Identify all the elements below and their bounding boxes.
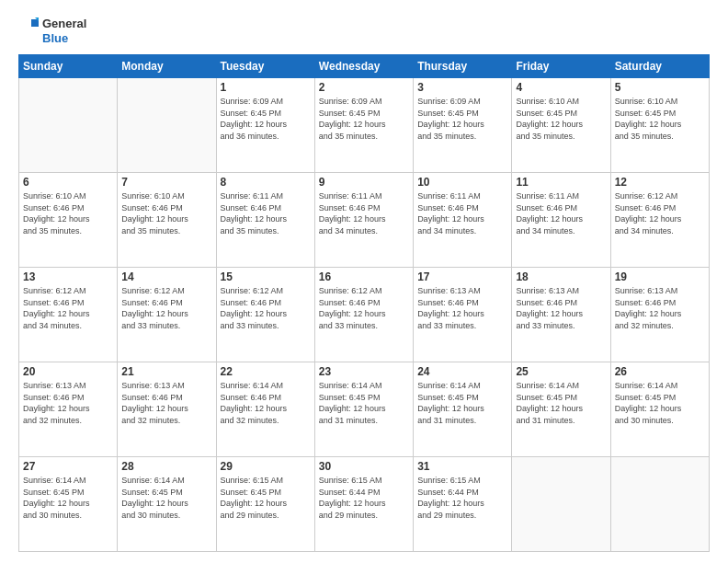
calendar-cell: 17Sunrise: 6:13 AMSunset: 6:46 PMDayligh… (414, 268, 512, 362)
day-number: 26 (615, 365, 705, 378)
day-info: Sunrise: 6:11 AMSunset: 6:46 PMDaylight:… (516, 190, 606, 236)
page: General Blue SundayMondayTuesdayWednesda… (0, 0, 728, 563)
weekday-header-friday: Friday (512, 55, 610, 78)
day-number: 21 (121, 365, 211, 378)
week-row-4: 20Sunrise: 6:13 AMSunset: 6:46 PMDayligh… (19, 362, 710, 457)
day-info: Sunrise: 6:13 AMSunset: 6:46 PMDaylight:… (23, 380, 113, 426)
day-number: 25 (516, 365, 606, 378)
calendar-cell: 6Sunrise: 6:10 AMSunset: 6:46 PMDaylight… (19, 173, 118, 268)
day-info: Sunrise: 6:14 AMSunset: 6:45 PMDaylight:… (516, 380, 606, 426)
weekday-header-thursday: Thursday (414, 55, 512, 78)
day-info: Sunrise: 6:12 AMSunset: 6:46 PMDaylight:… (221, 285, 311, 331)
calendar-cell: 19Sunrise: 6:13 AMSunset: 6:46 PMDayligh… (610, 268, 709, 362)
day-number: 14 (121, 270, 211, 283)
day-number: 6 (23, 176, 113, 189)
calendar-cell: 10Sunrise: 6:11 AMSunset: 6:46 PMDayligh… (414, 173, 512, 268)
weekday-header-sunday: Sunday (19, 55, 118, 78)
day-number: 4 (516, 81, 606, 94)
day-info: Sunrise: 6:13 AMSunset: 6:46 PMDaylight:… (615, 285, 705, 331)
calendar-cell: 24Sunrise: 6:14 AMSunset: 6:45 PMDayligh… (414, 362, 512, 457)
calendar-cell: 3Sunrise: 6:09 AMSunset: 6:45 PMDaylight… (414, 78, 512, 173)
logo: General Blue (18, 17, 86, 45)
day-number: 20 (23, 365, 113, 378)
day-number: 10 (417, 176, 507, 189)
week-row-2: 6Sunrise: 6:10 AMSunset: 6:46 PMDaylight… (19, 173, 710, 268)
calendar-cell: 25Sunrise: 6:14 AMSunset: 6:45 PMDayligh… (512, 362, 610, 457)
calendar-cell: 22Sunrise: 6:14 AMSunset: 6:46 PMDayligh… (216, 362, 314, 457)
day-info: Sunrise: 6:13 AMSunset: 6:46 PMDaylight:… (121, 380, 211, 426)
calendar-table: SundayMondayTuesdayWednesdayThursdayFrid… (18, 54, 710, 552)
day-info: Sunrise: 6:12 AMSunset: 6:46 PMDaylight:… (615, 190, 705, 236)
day-info: Sunrise: 6:14 AMSunset: 6:45 PMDaylight:… (615, 380, 705, 426)
weekday-header-wednesday: Wednesday (314, 55, 413, 78)
week-row-3: 13Sunrise: 6:12 AMSunset: 6:46 PMDayligh… (19, 268, 710, 362)
day-info: Sunrise: 6:10 AMSunset: 6:45 PMDaylight:… (615, 96, 705, 142)
day-number: 11 (516, 176, 606, 189)
logo-blue-text: Blue (42, 31, 86, 46)
weekday-header-monday: Monday (118, 55, 216, 78)
header: General Blue (18, 17, 710, 45)
day-info: Sunrise: 6:10 AMSunset: 6:46 PMDaylight:… (121, 190, 211, 236)
calendar-cell (19, 78, 118, 173)
day-info: Sunrise: 6:15 AMSunset: 6:44 PMDaylight:… (319, 475, 409, 521)
day-number: 29 (221, 460, 311, 473)
calendar-cell: 20Sunrise: 6:13 AMSunset: 6:46 PMDayligh… (19, 362, 118, 457)
day-number: 19 (615, 270, 705, 283)
day-number: 22 (221, 365, 311, 378)
day-info: Sunrise: 6:12 AMSunset: 6:46 PMDaylight:… (121, 285, 211, 331)
day-number: 5 (615, 81, 705, 94)
day-number: 28 (121, 460, 211, 473)
day-number: 17 (417, 270, 507, 283)
calendar-cell: 2Sunrise: 6:09 AMSunset: 6:45 PMDaylight… (314, 78, 413, 173)
calendar-cell: 28Sunrise: 6:14 AMSunset: 6:45 PMDayligh… (118, 457, 216, 552)
day-number: 2 (319, 81, 409, 94)
day-info: Sunrise: 6:09 AMSunset: 6:45 PMDaylight:… (319, 96, 409, 142)
day-info: Sunrise: 6:11 AMSunset: 6:46 PMDaylight:… (221, 190, 311, 236)
calendar-cell: 29Sunrise: 6:15 AMSunset: 6:45 PMDayligh… (216, 457, 314, 552)
weekday-header-tuesday: Tuesday (216, 55, 314, 78)
day-info: Sunrise: 6:15 AMSunset: 6:45 PMDaylight:… (221, 475, 311, 521)
day-info: Sunrise: 6:12 AMSunset: 6:46 PMDaylight:… (23, 285, 113, 331)
calendar-cell: 31Sunrise: 6:15 AMSunset: 6:44 PMDayligh… (414, 457, 512, 552)
day-number: 31 (417, 460, 507, 473)
logo-general-text: General (42, 17, 86, 31)
day-number: 16 (319, 270, 409, 283)
calendar-cell: 15Sunrise: 6:12 AMSunset: 6:46 PMDayligh… (216, 268, 314, 362)
weekday-header-saturday: Saturday (610, 55, 709, 78)
week-row-1: 1Sunrise: 6:09 AMSunset: 6:45 PMDaylight… (19, 78, 710, 173)
calendar-cell: 26Sunrise: 6:14 AMSunset: 6:45 PMDayligh… (610, 362, 709, 457)
day-number: 9 (319, 176, 409, 189)
day-info: Sunrise: 6:13 AMSunset: 6:46 PMDaylight:… (417, 285, 507, 331)
day-info: Sunrise: 6:14 AMSunset: 6:45 PMDaylight:… (319, 380, 409, 426)
day-number: 7 (121, 176, 211, 189)
day-info: Sunrise: 6:14 AMSunset: 6:45 PMDaylight:… (23, 475, 113, 521)
calendar-cell: 4Sunrise: 6:10 AMSunset: 6:45 PMDaylight… (512, 78, 610, 173)
calendar-cell: 27Sunrise: 6:14 AMSunset: 6:45 PMDayligh… (19, 457, 118, 552)
calendar-cell (118, 78, 216, 173)
week-row-5: 27Sunrise: 6:14 AMSunset: 6:45 PMDayligh… (19, 457, 710, 552)
calendar-cell: 7Sunrise: 6:10 AMSunset: 6:46 PMDaylight… (118, 173, 216, 268)
weekday-header-row: SundayMondayTuesdayWednesdayThursdayFrid… (19, 55, 710, 78)
day-number: 3 (417, 81, 507, 94)
calendar-cell: 16Sunrise: 6:12 AMSunset: 6:46 PMDayligh… (314, 268, 413, 362)
calendar-cell (610, 457, 709, 552)
day-info: Sunrise: 6:09 AMSunset: 6:45 PMDaylight:… (417, 96, 507, 142)
day-info: Sunrise: 6:09 AMSunset: 6:45 PMDaylight:… (221, 96, 311, 142)
calendar-cell: 18Sunrise: 6:13 AMSunset: 6:46 PMDayligh… (512, 268, 610, 362)
calendar-cell: 5Sunrise: 6:10 AMSunset: 6:45 PMDaylight… (610, 78, 709, 173)
day-number: 18 (516, 270, 606, 283)
day-info: Sunrise: 6:10 AMSunset: 6:45 PMDaylight:… (516, 96, 606, 142)
calendar-cell: 30Sunrise: 6:15 AMSunset: 6:44 PMDayligh… (314, 457, 413, 552)
day-number: 24 (417, 365, 507, 378)
day-number: 30 (319, 460, 409, 473)
day-info: Sunrise: 6:12 AMSunset: 6:46 PMDaylight:… (319, 285, 409, 331)
day-number: 15 (221, 270, 311, 283)
day-number: 27 (23, 460, 113, 473)
day-info: Sunrise: 6:11 AMSunset: 6:46 PMDaylight:… (417, 190, 507, 236)
calendar-cell: 21Sunrise: 6:13 AMSunset: 6:46 PMDayligh… (118, 362, 216, 457)
calendar-cell: 12Sunrise: 6:12 AMSunset: 6:46 PMDayligh… (610, 173, 709, 268)
day-number: 23 (319, 365, 409, 378)
day-info: Sunrise: 6:14 AMSunset: 6:46 PMDaylight:… (221, 380, 311, 426)
day-info: Sunrise: 6:15 AMSunset: 6:44 PMDaylight:… (417, 475, 507, 521)
day-info: Sunrise: 6:10 AMSunset: 6:46 PMDaylight:… (23, 190, 113, 236)
